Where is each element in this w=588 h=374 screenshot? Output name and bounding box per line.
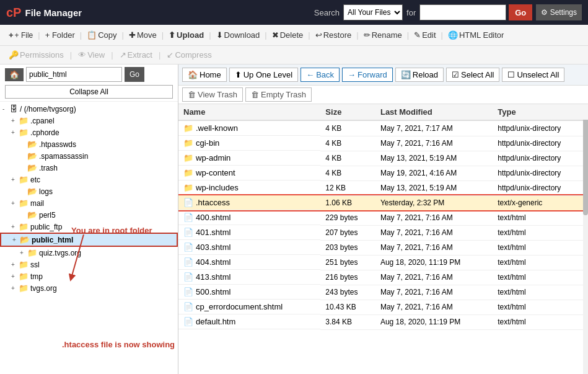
scrollbar-track[interactable] [583,104,588,374]
forward-button[interactable]: → Forward [342,68,393,82]
table-row[interactable]: 📁wp-admin 4 KB May 13, 2021, 5:19 AM htt… [178,151,588,166]
up-one-level-button[interactable]: ⬆ Up One Level [229,68,299,82]
sidebar-item-tmp[interactable]: + 📁 tmp [0,270,178,282]
download-button[interactable]: ⬇ Download [213,29,264,42]
sidebar-item-cphorde[interactable]: + 📁 .cphorde [0,127,178,138]
path-go-button[interactable]: Go [125,67,144,82]
back-button[interactable]: ← Back [301,68,340,82]
rename-button[interactable]: ✏ Rename [360,29,406,42]
table-row[interactable]: 📄cp_errordocument.shtml 10.43 KB May 7, … [178,300,588,314]
mail-folder-icon: 📁 [19,198,29,208]
cell-size: 251 bytes [320,255,375,270]
tmp-toggle: + [11,273,19,280]
sidebar-item-trash[interactable]: 📂 .trash [0,162,178,174]
delete-button[interactable]: ✖ Delete [268,29,307,42]
sidebar-item-mail[interactable]: + 📁 mail [0,197,178,209]
upload-button[interactable]: ⬆ Upload [165,29,208,42]
table-row[interactable]: 📄404.shtml 251 bytes Aug 18, 2020, 11:19… [178,255,588,270]
sidebar-item-cpanel[interactable]: + 📁 .cpanel [0,115,178,127]
cell-modified: May 7, 2021, 7:16 AM [375,225,493,240]
cell-name: 📄cp_errordocument.shtml [178,300,320,314]
table-row[interactable]: 📁wp-includes 12 KB May 13, 2021, 5:19 AM… [178,180,588,195]
divider4: | [162,30,164,40]
cell-type: httpd/unix-directory [493,120,588,136]
divider11: | [70,50,72,60]
table-row[interactable]: 📄.htaccess 1.06 KB Yesterday, 2:32 PM te… [178,195,588,210]
home-icon-btn[interactable]: 🏠 [5,68,24,81]
tree-root[interactable]: - 🗄 / (/home/tvgsorg) [0,103,178,115]
go-button[interactable]: Go [509,4,532,20]
perl5-label: perl5 [39,211,56,220]
copy-button[interactable]: 📋 Copy [83,29,120,42]
cell-size: 203 bytes [320,240,375,255]
permissions-button[interactable]: 🔑 Permissions [5,49,68,61]
tvgs-toggle: + [11,285,19,292]
cpanel-label: .cpanel [30,117,55,125]
toolbar2: 🔑 Permissions | 👁 View | ↗ Extract | ↙ C… [0,46,588,65]
sidebar-item-public-ftp[interactable]: + 📁 public_ftp [0,221,178,233]
unselect-all-button[interactable]: ☐ Unselect All [502,68,564,82]
cell-modified: May 7, 2021, 7:16 AM [375,285,493,300]
select-all-button[interactable]: ☑ Select All [446,68,499,82]
table-row[interactable]: 📄default.htm 3.84 KB Aug 18, 2020, 11:19… [178,314,588,329]
view-button[interactable]: 👁 View [74,49,108,61]
table-row[interactable]: 📄400.shtml 229 bytes May 7, 2021, 7:16 A… [178,210,588,225]
search-scope-select[interactable]: All Your Files [343,4,403,20]
cell-type: text/html [493,225,588,240]
sidebar-item-tvgs[interactable]: + 📁 tvgs.org [0,282,178,294]
reload-button[interactable]: 🔄 Reload [395,68,444,82]
etc-toggle: + [11,176,19,183]
cell-type: text/x-generic [493,195,588,210]
cell-size: 1.06 KB [320,195,375,210]
sidebar-item-etc[interactable]: + 📁 etc [0,174,178,185]
sidebar-item-logs[interactable]: 📂 logs [0,185,178,197]
divider13: | [159,50,160,60]
sidebar-item-spamassassin[interactable]: 📂 .spamassassin [0,150,178,162]
col-name[interactable]: Name [178,104,320,120]
cell-name: 📄400.shtml [178,210,320,225]
table-row[interactable]: 📁cgi-bin 4 KB May 7, 2021, 7:16 AM httpd… [178,136,588,151]
empty-trash-button[interactable]: 🗑 Empty Trash [245,87,312,102]
sidebar-item-ssl[interactable]: + 📁 ssl [0,259,178,270]
html-icon: 📄 [183,272,193,282]
toolbar1: + + File | + Folder | 📋 Copy | ✚ Move | … [0,25,588,46]
table-row[interactable]: 📄401.shtml 207 bytes May 7, 2021, 7:16 A… [178,225,588,240]
home-nav-button[interactable]: 🏠 Home [182,68,227,82]
table-row[interactable]: 📁wp-content 4 KB May 19, 2021, 4:16 AM h… [178,166,588,180]
file-name: 404.shtml [196,257,230,267]
path-input[interactable] [26,67,122,82]
sidebar-item-perl5[interactable]: 📂 perl5 [0,209,178,221]
col-modified[interactable]: Last Modified [375,104,493,120]
table-row[interactable]: 📄500.shtml 243 bytes May 7, 2021, 7:16 A… [178,285,588,300]
settings-button[interactable]: ⚙ Settings [536,4,582,20]
new-folder-button[interactable]: + Folder [42,29,79,42]
html-icon: 📄 [183,317,193,326]
view-trash-button[interactable]: 🗑 View Trash [182,87,243,102]
move-button[interactable]: ✚ Move [125,29,160,42]
edit-button[interactable]: ✎ Edit [410,29,439,42]
restore-button[interactable]: ↩ Restore [312,29,356,42]
scrollbar-thumb[interactable] [583,107,588,215]
collapse-all-button[interactable]: Collapse All [5,85,173,99]
sidebar-item-htpasswds[interactable]: 📂 .htpasswds [0,138,178,150]
divider9: | [407,30,409,40]
cell-modified: May 13, 2021, 5:19 AM [375,180,493,195]
table-row[interactable]: 📄413.shtml 216 bytes May 7, 2021, 7:16 A… [178,270,588,285]
search-input[interactable] [419,4,506,20]
col-size[interactable]: Size [320,104,375,120]
sidebar-item-public-html[interactable]: + 📂 public_html [0,233,178,247]
upload-icon: ⬆ [169,30,175,40]
extract-button[interactable]: ↗ Extract [116,49,156,61]
compress-button[interactable]: ↙ Compress [163,49,215,61]
table-row[interactable]: 📄403.shtml 203 bytes May 7, 2021, 7:16 A… [178,240,588,255]
html-editor-button[interactable]: 🌐 HTML Editor [444,29,507,42]
back-icon: ← [306,70,314,79]
mail-label: mail [30,199,44,208]
col-type[interactable]: Type [493,104,588,120]
cphorde-label: .cphorde [30,128,59,137]
sidebar-item-quiz[interactable]: + 📁 quiz.tvgs.org [0,247,178,259]
table-row[interactable]: 📁.well-known 4 KB May 7, 2021, 7:17 AM h… [178,120,588,136]
folder-icon: 📁 [183,183,193,192]
new-file-button[interactable]: + + File [5,29,37,42]
cell-type: text/html [493,270,588,285]
